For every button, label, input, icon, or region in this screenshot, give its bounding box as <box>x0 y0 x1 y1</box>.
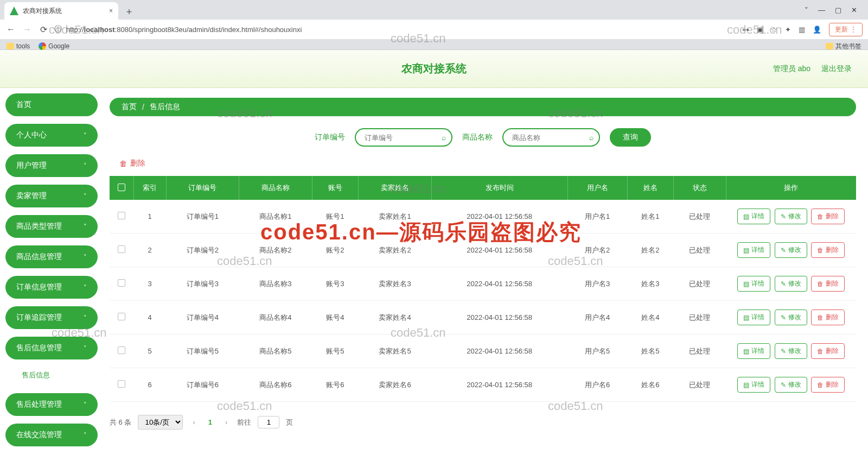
search-icon[interactable]: ⌕ <box>442 133 446 142</box>
goto-input[interactable] <box>258 416 279 428</box>
detail-button[interactable]: ▤详情 <box>737 276 770 292</box>
sidebar-item[interactable]: 用户管理˅ <box>5 154 98 177</box>
delete-button[interactable]: 🗑删除 <box>811 343 845 359</box>
row-checkbox[interactable] <box>118 380 125 388</box>
trash-icon: 🗑 <box>817 213 824 220</box>
site-info-icon[interactable]: ⓘ <box>54 24 62 34</box>
filter-order-input[interactable] <box>355 128 452 147</box>
next-page-icon[interactable]: › <box>222 418 231 426</box>
address-bar: ← → ⟳ ⓘ http://localhost:8080/springboot… <box>0 20 868 39</box>
minimize-icon[interactable]: — <box>818 6 825 14</box>
key-icon[interactable]: ⊶ <box>742 26 749 34</box>
sidebar-item[interactable]: 商品信息管理˅ <box>5 245 98 268</box>
chevron-down-icon: ˅ <box>84 223 87 230</box>
cell-product: 商品名称5 <box>239 335 312 368</box>
cell-index: 5 <box>133 335 166 368</box>
edit-button[interactable]: ✎修改 <box>775 343 807 359</box>
delete-button[interactable]: 🗑删除 <box>811 276 845 292</box>
cell-product: 商品名称1 <box>239 200 312 234</box>
side-panel-icon[interactable]: ▥ <box>799 26 805 34</box>
cell-seller: 卖家姓名5 <box>359 335 432 368</box>
bookmark-tools[interactable]: tools <box>7 42 30 50</box>
sidebar-item-label: 卖家管理 <box>16 191 47 201</box>
bookmark-google[interactable]: Google <box>39 42 69 50</box>
delete-button[interactable]: 🗑删除 <box>811 310 845 325</box>
cell-actions: ▤详情 ✎修改 🗑删除 <box>726 267 856 301</box>
sidebar: 首页个人中心˅用户管理˅卖家管理˅商品类型管理˅商品信息管理˅订单信息管理˅订单… <box>5 93 98 446</box>
sidebar-item[interactable]: 首页 <box>5 93 98 116</box>
sidebar-item-label: 在线交流管理 <box>16 430 62 440</box>
dropdown-icon[interactable]: ˅ <box>805 6 808 14</box>
edit-button[interactable]: ✎修改 <box>775 276 807 292</box>
sidebar-subitem[interactable]: 售后信息 <box>9 365 94 386</box>
extensions-icon[interactable]: ✦ <box>785 26 791 34</box>
update-button[interactable]: 更新⋮ <box>829 23 863 36</box>
star-icon[interactable]: ☆ <box>771 26 777 34</box>
sidebar-item[interactable]: 卖家管理˅ <box>5 185 98 207</box>
prev-page-icon[interactable]: ‹ <box>189 418 198 426</box>
cell-order: 订单编号1 <box>166 200 239 234</box>
trash-icon: 🗑 <box>119 159 127 168</box>
page-number[interactable]: 1 <box>205 418 215 426</box>
breadcrumb-home[interactable]: 首页 <box>122 102 137 112</box>
table-row: 1 订单编号1 商品名称1 账号1 卖家姓名1 2022-04-01 12:56… <box>110 200 856 234</box>
row-checkbox[interactable] <box>118 313 125 320</box>
tab-close-icon[interactable]: × <box>109 7 113 15</box>
sidebar-item[interactable]: 个人中心˅ <box>5 124 98 147</box>
url-box[interactable]: ⓘ http://localhost:8080/springboot8k3eu/… <box>54 24 737 34</box>
filter-product-input[interactable] <box>502 128 600 147</box>
admin-label[interactable]: 管理员 abo <box>773 64 810 74</box>
bulk-delete-button[interactable]: 🗑 删除 <box>110 159 856 168</box>
app-title: 农商对接系统 <box>401 61 467 76</box>
share-icon[interactable]: ▣ <box>757 26 763 34</box>
row-checkbox[interactable] <box>118 346 125 354</box>
query-button[interactable]: 查询 <box>610 128 651 147</box>
row-checkbox[interactable] <box>118 212 125 219</box>
maximize-icon[interactable]: ▢ <box>835 6 841 14</box>
logout-link[interactable]: 退出登录 <box>821 64 852 74</box>
row-checkbox[interactable] <box>118 279 125 287</box>
filter-bar: 订单编号 ⌕ 商品名称 ⌕ 查询 <box>110 124 856 151</box>
sidebar-item[interactable]: 订单信息管理˅ <box>5 276 98 299</box>
select-all-checkbox[interactable] <box>118 184 125 191</box>
edit-button[interactable]: ✎修改 <box>775 377 807 393</box>
row-checkbox[interactable] <box>118 245 125 253</box>
sidebar-item[interactable]: 售后信息管理˅ <box>5 337 98 359</box>
folder-icon <box>826 43 833 49</box>
sidebar-item[interactable]: 在线交流管理˅ <box>5 424 98 446</box>
delete-button[interactable]: 🗑删除 <box>811 377 845 393</box>
cell-product: 商品名称6 <box>239 368 312 402</box>
close-icon[interactable]: ✕ <box>851 6 857 14</box>
new-tab-button[interactable]: + <box>122 4 137 20</box>
cell-status: 已处理 <box>674 200 726 234</box>
cell-user: 用户名1 <box>567 200 627 234</box>
goto-label: 前往 <box>237 418 251 427</box>
edit-button[interactable]: ✎修改 <box>775 209 807 224</box>
nav-forward-icon[interactable]: → <box>22 24 33 34</box>
cell-time: 2022-04-01 12:56:58 <box>431 267 567 301</box>
column-header: 索引 <box>133 176 166 200</box>
edit-button[interactable]: ✎修改 <box>775 310 807 325</box>
nav-back-icon[interactable]: ← <box>5 24 16 34</box>
detail-button[interactable]: ▤详情 <box>737 242 770 258</box>
delete-button[interactable]: 🗑删除 <box>811 209 845 224</box>
reload-icon[interactable]: ⟳ <box>38 24 49 35</box>
total-count: 共 6 条 <box>110 418 131 427</box>
cell-order: 订单编号3 <box>166 267 239 301</box>
page-size-select[interactable]: 10条/页 <box>138 415 183 430</box>
cell-name: 姓名5 <box>627 335 673 368</box>
edit-button[interactable]: ✎修改 <box>775 242 807 258</box>
detail-button[interactable]: ▤详情 <box>737 377 770 393</box>
detail-button[interactable]: ▤详情 <box>737 343 770 359</box>
detail-button[interactable]: ▤详情 <box>737 310 770 325</box>
search-icon[interactable]: ⌕ <box>589 133 593 142</box>
browser-tab[interactable]: 农商对接系统 × <box>4 2 118 20</box>
other-bookmarks[interactable]: 其他书签 <box>826 42 861 51</box>
sidebar-item[interactable]: 商品类型管理˅ <box>5 215 98 238</box>
detail-button[interactable]: ▤详情 <box>737 209 770 224</box>
sidebar-item[interactable]: 订单追踪管理˅ <box>5 306 98 329</box>
delete-button[interactable]: 🗑删除 <box>811 242 845 258</box>
google-icon <box>39 42 46 50</box>
profile-icon[interactable]: 👤 <box>813 26 821 34</box>
sidebar-item[interactable]: 售后处理管理˅ <box>5 393 98 416</box>
